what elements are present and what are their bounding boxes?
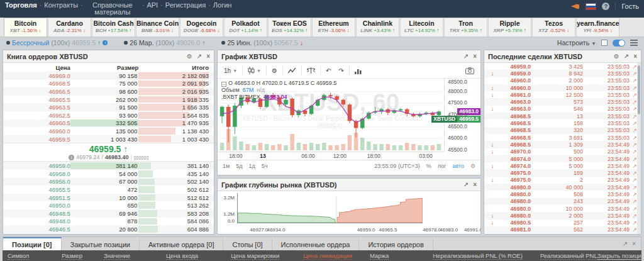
chart-settings-icon[interactable]: ⚙ — [269, 66, 280, 75]
volume-profile-icon[interactable] — [352, 66, 364, 75]
orderbook-row[interactable]: 46968.575 0002 091 935 — [3, 80, 214, 88]
instrument-entry-3[interactable]: 25 Июн.(100x)50567.5↓ — [221, 39, 303, 47]
bottom-tab-5[interactable]: Исполненные ордера — [272, 238, 360, 250]
orderbook-row[interactable]: 46962.593 9001 564 835 — [3, 111, 214, 119]
coin-tab-link[interactable]: ChainlinkLINK +3.43% ↑ — [356, 18, 399, 36]
trade-row[interactable]: 46980.010 00023:54:49↗ — [484, 205, 641, 212]
time-axis[interactable]: 18:001306:0012:0018:0003:00 — [218, 152, 444, 160]
column-header[interactable]: Цена входа — [166, 252, 198, 260]
nav-item-1[interactable]: Торговля — [5, 2, 37, 9]
close-icon[interactable]: × — [633, 53, 637, 60]
trade-row[interactable]: ↓46975.0223:54:49↗ — [484, 177, 641, 184]
guest-label[interactable]: Гость — [615, 3, 639, 10]
trade-row[interactable]: 46980.024323:54:49↗ — [484, 198, 641, 205]
bottom-tab-1[interactable]: Позиции [0] — [3, 237, 62, 250]
trade-row[interactable]: 46974.05 00023:54:49↗ — [484, 155, 641, 162]
orderbook-row[interactable]: 46959.0381 140381 140 — [3, 162, 214, 170]
coin-tab-doge[interactable]: DogecoinDOGE -6.68% ↓ — [180, 18, 223, 36]
trade-row[interactable]: ↓46960.010 00023:55:03↗ — [484, 84, 641, 91]
coin-tab-eos[interactable]: Токен EOSEOS +14.32% ↑ — [268, 18, 311, 36]
nav-item-5[interactable]: Регистрация — [165, 2, 206, 9]
instrument-entry-1[interactable]: Бессрочный(100x)46959.5↑i — [6, 39, 108, 47]
trade-row[interactable]: ↓46961.012 50023:55:03↗ — [484, 91, 641, 98]
coin-tab-dot[interactable]: PolkadotDOT +1.14% ↑ — [224, 18, 267, 36]
expand-icon[interactable]: ↗ — [464, 182, 469, 188]
external-link-icon[interactable]: ↗ — [630, 170, 637, 176]
trade-row[interactable]: 46980.050823:54:49↗ — [484, 191, 641, 197]
trade-row[interactable]: ↓46968.51 30923:54:49↗ — [484, 141, 641, 148]
bottom-tab-3[interactable]: Активные ордера [0] — [140, 238, 224, 250]
external-link-icon[interactable]: ↗ — [630, 219, 637, 226]
external-link-icon[interactable]: ↗ — [630, 142, 637, 148]
interval-dropdown[interactable]: 1h ▼ — [221, 66, 240, 75]
trade-row[interactable]: ↓46959.08 94223:55:03↗ — [484, 70, 641, 77]
coin-tab-yfi[interactable]: yearn.financeYFI -9.54% ↓ — [576, 18, 619, 36]
orderbook-row[interactable]: 46948.569 946583 208 — [3, 209, 214, 218]
external-link-icon[interactable]: ↗ — [630, 77, 637, 84]
trade-row[interactable]: 46968.53 69123:55:03↗ — [484, 134, 641, 141]
external-link-icon[interactable]: ↗ — [630, 70, 637, 77]
external-link-icon[interactable]: ↗ — [630, 156, 637, 162]
price-axis[interactable]: 46983.0 XBTUSD46959.5 48500.048000.04750… — [444, 79, 480, 152]
close-icon[interactable]: × — [632, 241, 636, 247]
footer-gear-icon[interactable]: ⚙ — [470, 163, 475, 169]
close-icon[interactable]: × — [206, 53, 210, 60]
orderbook-row[interactable]: 46946.520 800604 886 — [3, 225, 214, 233]
gear-icon[interactable]: ⚙ — [187, 53, 192, 60]
trade-row[interactable]: 46975.018923:54:49↗ — [484, 169, 641, 176]
external-link-icon[interactable]: ↗ — [630, 135, 637, 141]
external-link-icon[interactable]: ↗ — [630, 64, 637, 70]
language-flag-ru[interactable] — [586, 3, 596, 10]
log-scale-button[interactable]: лог — [438, 163, 447, 169]
external-link-icon[interactable]: ↗ — [630, 148, 637, 155]
column-header[interactable]: Цена ликвидации — [303, 252, 352, 260]
trade-row[interactable]: 46963.057323:55:03↗ — [484, 98, 641, 105]
external-link-icon[interactable]: ↗ — [630, 113, 637, 119]
external-link-icon[interactable]: ↗ — [630, 184, 637, 191]
external-link-icon[interactable]: ↗ — [630, 198, 637, 204]
scrollbar[interactable] — [637, 63, 641, 234]
trade-row[interactable]: 46968.532023:55:03↗ — [484, 127, 641, 134]
coin-tab-bnb[interactable]: Binance CoinBNB -3.01% ↓ — [136, 18, 179, 36]
trade-row[interactable]: ↓46970.050023:54:49↗ — [484, 148, 641, 155]
range-button-4[interactable]: 5ч — [262, 163, 268, 169]
orderbook-row[interactable]: 46951.510 000512 612 — [3, 194, 214, 202]
compare-icon[interactable] — [304, 66, 318, 75]
nav-item-6[interactable]: Логин — [213, 2, 232, 9]
trade-row[interactable]: ↓46980.525723:54:49↗ — [484, 219, 641, 226]
close-icon[interactable]: × — [473, 53, 477, 60]
orderbook-row[interactable]: 46950.0650513 262 — [3, 201, 214, 209]
help-icon[interactable]: ? — [602, 3, 609, 10]
expand-icon[interactable]: ↗ — [623, 241, 628, 247]
orderbook-row[interactable]: 46960.5332 5051 470 935 — [3, 119, 214, 128]
orderbook-row[interactable]: 46948.0878584 086 — [3, 218, 214, 226]
info-icon[interactable]: i — [69, 155, 74, 160]
instrument-entry-2[interactable]: 26 Мар.(100x)49026.0↑ — [124, 39, 205, 47]
column-header[interactable]: Значение — [104, 252, 130, 260]
column-header[interactable]: Размер — [62, 252, 82, 260]
external-link-icon[interactable]: ↗ — [630, 92, 637, 98]
coin-tab-ltc[interactable]: LitecoinLTC +14.92% ↑ — [400, 18, 443, 36]
external-link-icon[interactable]: ↗ — [630, 177, 637, 183]
expand-icon[interactable]: ↗ — [464, 53, 469, 60]
column-header[interactable]: Цена маркировки — [231, 252, 279, 260]
orderbook-row[interactable]: 46960.0135 0001 138 430 — [3, 127, 214, 135]
trade-row[interactable]: ↓46980.02 00023:54:49↗ — [484, 212, 641, 219]
external-link-icon[interactable]: ↗ — [630, 206, 637, 212]
expand-icon[interactable]: ↗ — [197, 53, 202, 60]
coin-tab-ada[interactable]: CardanoADA -2.31% ↓ — [48, 18, 91, 36]
trade-row[interactable]: 46968.515823:55:03↗ — [484, 119, 641, 126]
orderbook-row[interactable]: 46965.5262 0001 918 335 — [3, 96, 214, 104]
percent-scale-button[interactable]: % — [426, 163, 431, 169]
snapshot-camera-icon[interactable] — [463, 66, 477, 75]
external-link-icon[interactable]: ↗ — [630, 106, 637, 112]
external-link-icon[interactable]: ↗ — [630, 85, 637, 91]
external-link-icon[interactable]: ↗ — [630, 127, 637, 133]
external-link-icon[interactable]: ↗ — [630, 163, 637, 169]
close-icon[interactable]: × — [473, 182, 477, 188]
range-button-2[interactable]: 5д — [236, 163, 242, 169]
orderbook-row[interactable]: 46966.598 6002 016 935 — [3, 87, 214, 96]
grid-menu-icon[interactable] — [630, 40, 638, 46]
undo-icon[interactable]: ↶ — [323, 66, 333, 75]
column-header[interactable]: Закрыть позицию — [597, 252, 644, 260]
